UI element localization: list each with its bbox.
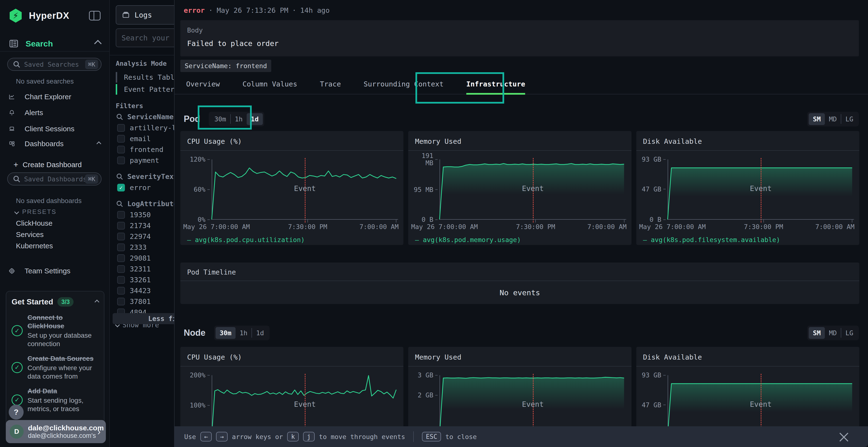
chart-legend[interactable]: — avg(k8s.pod.filesystem.available)	[643, 236, 859, 243]
sidebar-item-client-sessions[interactable]: Client Sessions	[9, 124, 100, 134]
checkbox[interactable]	[117, 211, 125, 219]
event-marker-label: Event	[522, 400, 544, 409]
get-started-item[interactable]: ✓ Add Data Start sending logs, metrics, …	[11, 387, 99, 413]
node-range-1h[interactable]: 1h	[236, 327, 252, 339]
get-started-item[interactable]: ✓ Create Data Sources Configure where yo…	[11, 354, 99, 381]
sidebar-item-kubernetes[interactable]: Kubernetes	[16, 242, 53, 250]
tab-infrastructure[interactable]: Infrastructure	[466, 80, 525, 94]
saved-dashboards-field[interactable]	[24, 175, 85, 183]
divider	[413, 431, 414, 442]
analysis-mode-list: Results TableEvent Patterns	[116, 71, 183, 95]
x-axis-tick-label: May 26 7:00:00 AM	[183, 223, 250, 231]
chart-plot-area[interactable]: 93 GB47 GB0 BEvent	[668, 160, 852, 220]
x-axis-tick-label: 7:00:00 AM	[360, 223, 399, 231]
j-key[interactable]: j	[303, 432, 315, 442]
pod-size-sm[interactable]: SM	[809, 113, 825, 125]
chart-legend[interactable]: — avg(k8s.pod.memory.usage)	[415, 236, 631, 243]
esc-key[interactable]: ESC	[422, 432, 441, 442]
search-icon	[116, 173, 123, 180]
checkbox[interactable]	[117, 157, 125, 164]
pod-range-1h[interactable]: 1h	[231, 113, 247, 125]
saved-dashboards-input[interactable]: ⌘K	[7, 172, 101, 185]
x-axis-tick-mark	[396, 220, 396, 222]
sidebar-item-search[interactable]: Search	[26, 39, 53, 48]
body-value: Failed to place order	[187, 39, 852, 48]
checkbox[interactable]	[117, 265, 125, 273]
service-name-tag[interactable]: ServiceName: frontend	[180, 60, 271, 72]
sidebar-item-services[interactable]: Services	[16, 231, 44, 239]
pod-range-1d[interactable]: 1d	[247, 113, 263, 125]
y-axis-tick: 200%	[183, 372, 210, 379]
saved-searches-input[interactable]: ⌘K	[7, 58, 101, 71]
y-axis-tick: 93 GB	[639, 156, 666, 163]
no-saved-searches-text: No saved searches	[16, 77, 74, 85]
chart-plot-area[interactable]: 120%60%0%Event	[212, 160, 396, 220]
pod-size-lg[interactable]: LG	[841, 113, 858, 125]
arrow-right-key[interactable]: →	[216, 432, 227, 442]
chart-legend[interactable]: — avg(k8s.pod.cpu.utilization)	[187, 236, 403, 243]
tab-overview[interactable]: Overview	[186, 80, 220, 94]
keyboard-hints-bar: Use ← → arrow keys or k j to move throug…	[175, 426, 868, 447]
chart-title: Memory Used	[408, 131, 631, 151]
sidebar-item-dashboards[interactable]: Dashboards	[9, 139, 100, 148]
tab-surrounding-context[interactable]: Surrounding Context	[364, 80, 444, 94]
pod-section-header: Pod 30m1h1d SMMDLG	[184, 108, 859, 130]
node-section-title: Node	[184, 328, 206, 338]
get-started-item[interactable]: ✓ Connect to ClickHouse Set up your data…	[11, 313, 99, 348]
close-icon[interactable]	[839, 432, 849, 442]
tab-trace[interactable]: Trace	[320, 80, 341, 94]
node-size-md[interactable]: MD	[825, 327, 841, 339]
node-section-header: Node 30m1h1d SMMDLG	[184, 322, 859, 344]
pod-timeline-empty: No events	[180, 281, 859, 304]
arrow-left-key[interactable]: ←	[200, 432, 212, 442]
analysis-mode-results-table[interactable]: Results Table	[116, 71, 183, 83]
chart-plot-area[interactable]: 191 MB95 MB0 BEvent	[439, 160, 624, 220]
bell-icon	[9, 108, 20, 117]
shortcut-badge: ⌘K	[85, 60, 98, 69]
tab-column-values[interactable]: Column Values	[243, 80, 297, 94]
event-marker-label: Event	[750, 184, 772, 193]
mode-indicator-bar	[116, 72, 117, 82]
x-axis-tick-label: 7:00:00 AM	[587, 223, 627, 231]
sidebar-item-team-settings[interactable]: Team Settings	[9, 266, 100, 276]
laptop-icon	[9, 124, 20, 134]
pod-size-md[interactable]: MD	[825, 113, 841, 125]
collapse-sidebar-icon[interactable]	[89, 11, 100, 21]
pod-memory-chart: Memory Used191 MB95 MB0 BEventMay 26 7:0…	[408, 131, 631, 245]
checkbox[interactable]	[117, 287, 125, 295]
search-icon	[116, 200, 123, 208]
node-size-sm[interactable]: SM	[809, 327, 825, 339]
sidebar-item-clickhouse[interactable]: ClickHouse	[16, 219, 53, 227]
checkbox[interactable]	[117, 298, 125, 305]
checkbox[interactable]	[117, 276, 125, 284]
checkbox[interactable]	[117, 146, 125, 153]
checkbox[interactable]	[117, 124, 125, 132]
checkbox[interactable]	[117, 243, 125, 251]
saved-searches-field[interactable]	[24, 61, 85, 68]
checkbox[interactable]	[117, 222, 125, 230]
chevron-up-icon[interactable]	[94, 40, 101, 47]
sidebar-item-chart-explorer[interactable]: Chart Explorer	[9, 92, 100, 102]
node-size-lg[interactable]: LG	[841, 327, 858, 339]
chevron-up-icon[interactable]	[96, 141, 101, 146]
chevron-up-icon[interactable]	[94, 300, 99, 304]
y-axis-tick: 120%	[183, 156, 210, 163]
pod-range-30m[interactable]: 30m	[210, 113, 230, 125]
help-button[interactable]: ?	[9, 405, 24, 419]
checkbox[interactable]: ✓	[117, 184, 125, 192]
checkbox[interactable]	[117, 254, 125, 262]
separator: ·	[209, 6, 213, 14]
analysis-mode-event-patterns[interactable]: Event Patterns	[116, 83, 183, 95]
x-axis-tick-mark	[307, 220, 308, 222]
node-range-30m[interactable]: 30m	[216, 327, 236, 339]
checkbox[interactable]	[117, 233, 125, 240]
checkbox[interactable]	[117, 135, 125, 143]
user-menu[interactable]: D dale@clickhouse.com dale@clickhouse.co…	[6, 420, 106, 443]
node-range-1d[interactable]: 1d	[252, 327, 268, 339]
check-circle-icon: ✓	[11, 362, 23, 373]
sidebar-item-alerts[interactable]: Alerts	[9, 108, 100, 117]
analysis-mode-label: Analysis Mode	[116, 60, 166, 67]
presets-toggle[interactable]: PRESETS	[15, 208, 56, 215]
k-key[interactable]: k	[287, 432, 299, 442]
create-dashboard-button[interactable]: + Create Dashboard	[13, 160, 100, 169]
